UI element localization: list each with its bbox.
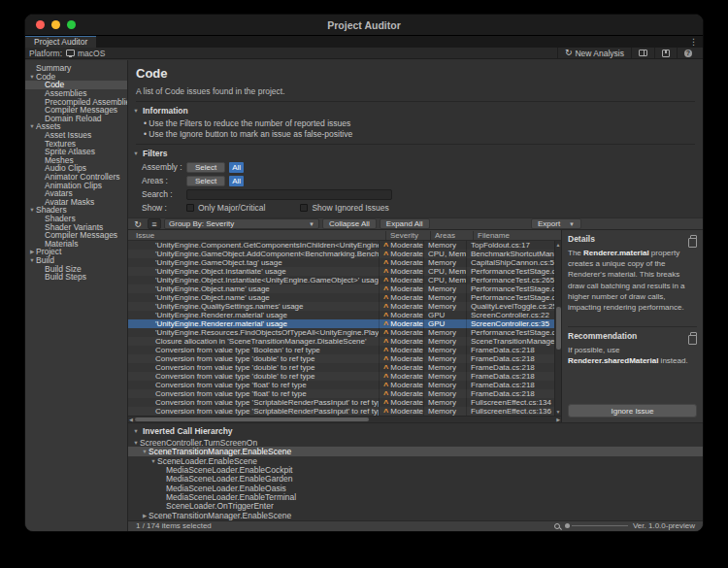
moderate-severity-icon: ^ (383, 331, 388, 336)
areas-select-button[interactable]: Select (186, 176, 225, 186)
hierarchy-node-sceneloader-enablescene[interactable]: ▼SceneLoader.EnableScene (128, 456, 703, 465)
column-header-issue[interactable]: Issue (128, 231, 385, 240)
copy-icon[interactable] (690, 235, 697, 243)
issue-cell: 'UnityEngine.Component.GetComponentsInCh… (128, 241, 379, 250)
zoom-slider-track[interactable] (572, 525, 628, 526)
only-major-critical-checkbox[interactable] (186, 204, 194, 212)
sidebar-item-shaders[interactable]: ▼Shaders (25, 206, 127, 215)
table-row[interactable]: Conversion from value type 'Boolean' to … (128, 346, 554, 354)
tree-arrow-icon[interactable]: ▼ (132, 440, 140, 446)
hierarchy-node-scenetransitionmanager-enablescene[interactable]: ▶SceneTransitionManager.EnableScene (128, 511, 703, 519)
table-row[interactable]: Conversion from value type 'ScriptableRe… (128, 398, 554, 407)
collapse-all-button[interactable]: Collapse All (322, 218, 377, 229)
refresh-table-icon[interactable]: ↻ (131, 218, 145, 229)
load-report-button[interactable] (631, 48, 654, 58)
expand-all-button[interactable]: Expand All (380, 218, 430, 229)
minimize-window-button[interactable] (51, 20, 60, 29)
search-input[interactable] (186, 189, 392, 200)
table-row[interactable]: 'UnityEngine.GameObject.AddComponent<Ben… (128, 250, 554, 258)
horizontal-scroll-thumb[interactable] (135, 418, 369, 421)
filters-foldout[interactable]: ▼ Filters (128, 145, 703, 160)
ignore-issue-button[interactable]: Ignore Issue (568, 404, 697, 418)
details-header: Details (568, 234, 595, 244)
tree-arrow-icon[interactable]: ▼ (149, 458, 157, 464)
tree-arrow-icon[interactable]: ▶ (28, 249, 36, 254)
zoom-magnifier-icon (554, 523, 560, 529)
sidebar-item-animation-clips[interactable]: Animation Clips (25, 181, 127, 189)
save-report-button[interactable] (654, 48, 677, 58)
areas-filter-label: Areas : (142, 176, 186, 185)
show-ignored-issues-checkbox[interactable] (300, 204, 308, 212)
table-row[interactable]: Closure allocation in 'SceneTransitionMa… (128, 337, 554, 346)
zoom-slider-thumb[interactable] (565, 523, 570, 528)
tree-arrow-icon[interactable]: ▼ (28, 257, 36, 263)
table-row[interactable]: 'UnityEngine.Object.name' usage^Moderate… (128, 284, 554, 293)
tree-arrow-icon[interactable]: ▼ (141, 449, 149, 454)
foldout-arrow-icon: ▼ (132, 428, 140, 434)
table-row[interactable]: 'UnityEngine.Component.GetComponentsInCh… (128, 241, 554, 250)
table-row[interactable]: 'UnityEngine.Object.Instantiate' usage^M… (128, 267, 554, 276)
hierarchy-node-screencontroller-turnscreenon[interactable]: ▼ScreenController.TurnScreenOn (128, 438, 703, 447)
table-row[interactable]: Conversion from value type 'double' to r… (128, 372, 554, 381)
group-by-dropdown[interactable]: Group By: Severity ▼ (164, 218, 319, 229)
close-window-button[interactable] (36, 20, 45, 29)
column-header-areas[interactable]: Areas (430, 231, 473, 240)
scroll-up-icon[interactable]: ▲ (556, 242, 561, 248)
filename-cell: PerformanceTestStage.cs:1 (466, 267, 554, 276)
table-row[interactable]: Conversion from value type 'double' to r… (128, 354, 554, 363)
table-row[interactable]: 'UnityEngine.Resources.FindObjectsOfType… (128, 328, 554, 337)
zoom-window-button[interactable] (67, 20, 76, 29)
table-row[interactable]: Conversion from value type 'float' to re… (128, 389, 554, 398)
export-dropdown[interactable]: Export ▼ (531, 218, 581, 229)
information-foldout[interactable]: ▼ Information (128, 102, 703, 117)
tab-project-auditor[interactable]: Project Auditor (25, 36, 96, 48)
copy-icon[interactable] (690, 332, 697, 340)
column-header-severity[interactable]: Severity (385, 231, 430, 240)
sidebar-item-asset-issues[interactable]: Asset Issues (25, 131, 127, 140)
sidebar-item-sprite-atlases[interactable]: Sprite Atlases (25, 148, 127, 156)
help-button[interactable]: ? (677, 48, 699, 58)
hierarchy-node-mediasceneloader-enableoasis[interactable]: MediaSceneLoader.EnableOasis (128, 484, 703, 492)
tab-overflow-menu-icon[interactable]: ⋮ (689, 36, 698, 48)
table-row[interactable]: 'UnityEngine.Renderer.material' usage^Mo… (128, 319, 554, 328)
table-row[interactable]: Conversion from value type 'ScriptableRe… (128, 407, 554, 416)
column-header-filename[interactable]: Filename (473, 231, 561, 240)
hierarchy-node-mediasceneloader-enablecockpit[interactable]: MediaSceneLoader.EnableCockpit (128, 465, 703, 474)
sidebar-item-code[interactable]: ▼Code (25, 73, 127, 82)
tree-arrow-icon[interactable]: ▼ (28, 74, 36, 80)
table-row[interactable]: 'UnityEngine.Renderer.material' usage^Mo… (128, 311, 554, 319)
hierarchy-node-sceneloader-ontriggerenter[interactable]: SceneLoader.OnTriggerEnter (128, 502, 703, 511)
table-row[interactable]: 'UnityEngine.QualitySettings.names' usag… (128, 302, 554, 311)
table-row[interactable]: Conversion from value type 'double' to r… (128, 363, 554, 372)
areas-all-value[interactable]: All (229, 176, 244, 186)
table-row[interactable]: 'UnityEngine.Object.name' usage^Moderate… (128, 293, 554, 302)
version-label: Ver. 1.0.0-preview (633, 521, 695, 530)
areas-cell: Memory (423, 241, 466, 250)
table-row[interactable]: Conversion from value type 'float' to re… (128, 381, 554, 389)
sidebar-item-build-steps[interactable]: Build Steps (25, 273, 127, 282)
severity-cell: ^Moderate (379, 258, 423, 267)
tree-arrow-icon[interactable]: ▼ (28, 123, 36, 129)
scroll-down-icon[interactable]: ▼ (556, 409, 561, 415)
assembly-all-value[interactable]: All (229, 162, 244, 173)
view-options-icon[interactable]: ≡ (148, 218, 161, 229)
tree-arrow-icon[interactable]: ▼ (28, 207, 36, 213)
issue-cell: Conversion from value type 'Boolean' to … (128, 346, 379, 354)
inverted-call-hierarchy-foldout[interactable]: ▼ Inverted Call Hierarchy (128, 422, 703, 438)
horizontal-scrollbar[interactable]: ◀ ▶ (128, 416, 561, 422)
assembly-select-button[interactable]: Select (186, 162, 225, 173)
new-analysis-button[interactable]: ↻ New Analysis (557, 48, 631, 58)
hierarchy-node-mediasceneloader-enablegarden[interactable]: MediaSceneLoader.EnableGarden (128, 475, 703, 484)
table-row[interactable]: 'UnityEngine.Object.Instantiate<UnityEng… (128, 276, 554, 284)
vertical-scroll-thumb[interactable] (556, 307, 561, 349)
details-panel: Details The Renderer.material property c… (561, 230, 703, 422)
scroll-left-icon[interactable]: ◀ (129, 417, 133, 422)
tree-arrow-icon[interactable]: ▶ (141, 513, 149, 518)
vertical-scrollbar[interactable]: ▲ ▼ (554, 241, 561, 416)
hierarchy-node-mediasceneloader-enableterminal[interactable]: MediaSceneLoader.EnableTerminal (128, 492, 703, 501)
severity-cell: ^Moderate (379, 319, 423, 328)
hierarchy-node-scenetransitionmanager-enablescene[interactable]: ▼SceneTransitionManager.EnableScene (128, 447, 703, 455)
scroll-right-icon[interactable]: ▶ (556, 417, 560, 422)
table-row[interactable]: 'UnityEngine.GameObject.tag' usage^Moder… (128, 258, 554, 267)
issue-cell: Conversion from value type 'double' to r… (128, 372, 379, 381)
